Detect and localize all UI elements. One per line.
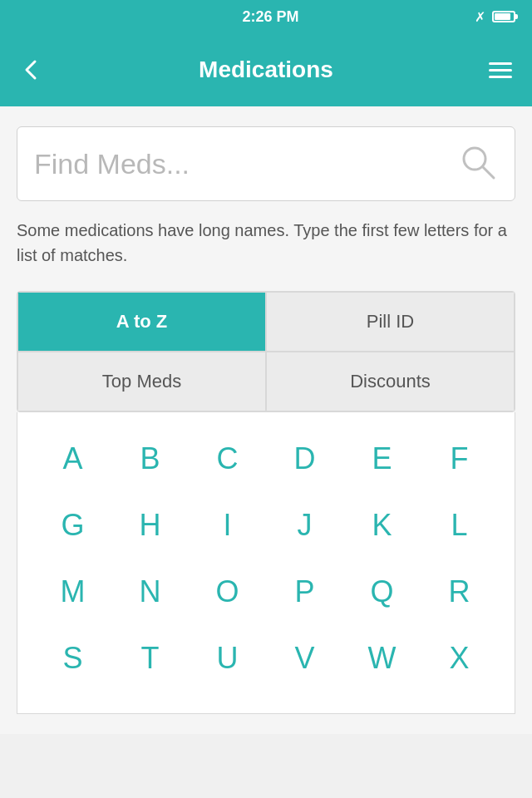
alpha-cell-d[interactable]: D xyxy=(266,437,343,480)
alpha-cell-l[interactable]: L xyxy=(421,504,498,547)
alpha-cell-j[interactable]: J xyxy=(266,504,343,547)
menu-icon-line1 xyxy=(489,62,512,65)
menu-button[interactable] xyxy=(489,62,512,78)
page-title: Medications xyxy=(199,57,333,83)
alpha-cell-f[interactable]: F xyxy=(421,437,498,480)
alpha-cell-b[interactable]: B xyxy=(111,437,189,480)
nav-bar: Medications xyxy=(0,33,532,106)
alphabet-container: ABCDEFGHIJKLMNOPQRSTUVWX xyxy=(17,412,515,714)
alpha-cell-r[interactable]: R xyxy=(421,570,498,613)
alpha-cell-n[interactable]: N xyxy=(111,570,189,613)
menu-icon-line3 xyxy=(489,76,512,78)
status-icons: ✗ xyxy=(475,9,515,25)
alpha-cell-w[interactable]: W xyxy=(343,637,421,680)
alpha-cell-v[interactable]: V xyxy=(266,637,343,680)
back-button[interactable] xyxy=(20,58,43,81)
search-icon xyxy=(458,142,498,185)
bluetooth-icon: ✗ xyxy=(475,9,485,25)
alpha-cell-q[interactable]: Q xyxy=(343,570,421,613)
alpha-cell-h[interactable]: H xyxy=(111,504,189,547)
tab-grid: A to Z Pill ID Top Meds Discounts xyxy=(17,291,515,412)
tab-pill-id[interactable]: Pill ID xyxy=(266,292,515,352)
search-hint: Some medications have long names. Type t… xyxy=(17,218,515,268)
tab-discounts[interactable]: Discounts xyxy=(266,352,515,411)
main-content: Some medications have long names. Type t… xyxy=(0,106,532,734)
svg-line-1 xyxy=(483,167,494,178)
alpha-cell-k[interactable]: K xyxy=(343,504,421,547)
menu-icon-line2 xyxy=(489,69,512,71)
alpha-cell-u[interactable]: U xyxy=(189,637,266,680)
tab-top-meds[interactable]: Top Meds xyxy=(17,352,266,411)
alpha-cell-t[interactable]: T xyxy=(111,637,189,680)
alphabet-grid: ABCDEFGHIJKLMNOPQRSTUVWX xyxy=(34,437,498,680)
alpha-cell-o[interactable]: O xyxy=(189,570,266,613)
alpha-cell-a[interactable]: A xyxy=(34,437,111,480)
alpha-cell-c[interactable]: C xyxy=(189,437,266,480)
alpha-cell-g[interactable]: G xyxy=(34,504,111,547)
status-time: 2:26 PM xyxy=(66,8,475,26)
alpha-cell-s[interactable]: S xyxy=(34,637,111,680)
battery-icon xyxy=(492,11,515,22)
alpha-cell-e[interactable]: E xyxy=(343,437,421,480)
search-input[interactable] xyxy=(34,148,458,180)
alpha-cell-p[interactable]: P xyxy=(266,570,343,613)
alpha-cell-m[interactable]: M xyxy=(34,570,111,613)
tab-a-to-z[interactable]: A to Z xyxy=(17,292,266,352)
search-container xyxy=(17,126,515,201)
alpha-cell-i[interactable]: I xyxy=(189,504,266,547)
alpha-cell-x[interactable]: X xyxy=(421,637,498,680)
status-bar: 2:26 PM ✗ xyxy=(0,0,532,33)
